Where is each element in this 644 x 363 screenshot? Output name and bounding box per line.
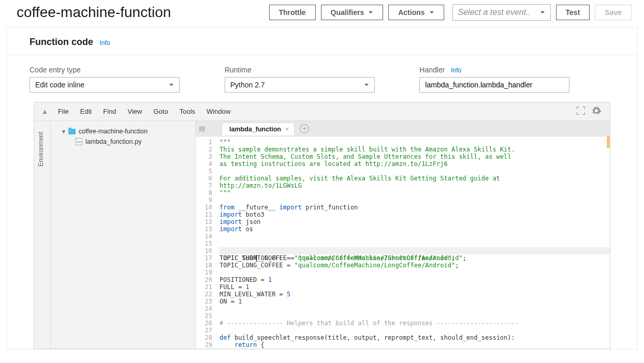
runtime-select[interactable]: Python 2.7 (225, 77, 375, 93)
editor-tab[interactable]: lambda_function × (222, 123, 295, 135)
line-gutter: 1234567891011121314151617181920212223242… (196, 137, 215, 349)
menu-find[interactable]: Find (97, 106, 122, 117)
code-editor: ▲ FileEditFindViewGotoToolsWindow Enviro… (34, 102, 610, 349)
handler-info-link[interactable]: Info (451, 67, 461, 74)
scroll-indicator[interactable] (607, 137, 610, 148)
tree-file[interactable]: <> lambda_function.py (51, 137, 195, 147)
caret-down-icon (169, 82, 174, 87)
ide-menubar: ▲ FileEditFindViewGotoToolsWindow (34, 102, 610, 121)
function-name: coffee-machine-function (17, 4, 264, 21)
tab-label: lambda_function (229, 126, 281, 133)
menu-tools[interactable]: Tools (174, 106, 201, 117)
info-link[interactable]: Info (99, 39, 110, 47)
menu-file[interactable]: File (52, 106, 75, 117)
menu-window[interactable]: Window (201, 106, 236, 117)
file-tree: ▼ coffee-machine-function <> lambda_func… (51, 121, 196, 349)
caret-down-icon (429, 10, 434, 15)
runtime-label: Runtime (225, 66, 399, 74)
tree-file-label: lambda_function.py (85, 138, 141, 145)
handler-label: Handler Info (419, 66, 594, 74)
caret-down-icon (368, 10, 373, 15)
save-button: Save (595, 5, 632, 20)
code-area[interactable]: 1234567891011121314151617181920212223242… (196, 137, 610, 349)
code-entry-select[interactable]: Edit code inline (30, 77, 180, 93)
add-tab-button[interactable]: + (300, 124, 309, 133)
menu-goto[interactable]: Goto (148, 106, 173, 117)
menu-view[interactable]: View (122, 106, 148, 117)
python-file-icon: <> (76, 138, 82, 145)
qualifiers-button[interactable]: Qualifiers (321, 5, 384, 20)
caret-down-icon (540, 10, 545, 15)
caret-down-icon: ▼ (61, 129, 66, 134)
code-entry-label: Code entry type (30, 66, 204, 74)
throttle-button[interactable]: Throttle (269, 5, 316, 20)
tree-folder-label: coffee-machine-function (79, 128, 148, 135)
caret-down-icon (364, 82, 369, 87)
gear-icon[interactable] (588, 105, 605, 117)
handler-input[interactable] (419, 77, 569, 93)
close-icon[interactable]: × (285, 126, 289, 133)
environment-label: Environment (37, 132, 45, 167)
folder-icon (68, 129, 76, 134)
panel-title: Function code (30, 37, 93, 48)
actions-button[interactable]: Actions (388, 5, 444, 20)
test-button[interactable]: Test (556, 5, 590, 20)
fullscreen-icon[interactable] (574, 107, 588, 116)
menubar-collapse-icon[interactable]: ▲ (39, 108, 52, 115)
tree-folder-root[interactable]: ▼ coffee-machine-function (51, 126, 195, 137)
menu-edit[interactable]: Edit (75, 106, 97, 117)
test-event-select[interactable]: Select a test event.. (452, 4, 551, 21)
tab-list-icon[interactable]: ▤ (196, 125, 207, 132)
environment-rail[interactable]: Environment (34, 121, 51, 349)
